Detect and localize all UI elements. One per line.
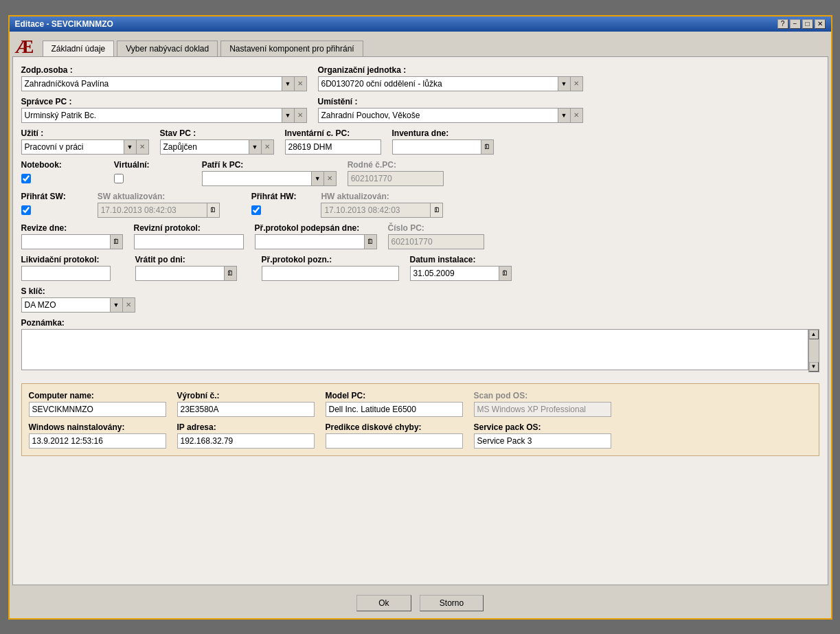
rodne-pc-input	[348, 171, 444, 186]
group-vyrobni-c: Výrobní č.:	[177, 391, 315, 417]
org-jednotka-dropdown-btn[interactable]: ▼	[558, 76, 571, 91]
hw-aktualizovan-cal-btn[interactable]: 🗓	[431, 203, 443, 218]
inventura-input[interactable]	[392, 139, 481, 155]
storno-button[interactable]: Storno	[420, 595, 484, 611]
umisteni-input[interactable]	[318, 108, 558, 123]
group-patri-k-pc: Patří k PC: ▼ ✕	[202, 160, 337, 186]
predikce-input[interactable]	[326, 433, 463, 449]
restore-button[interactable]: □	[802, 19, 813, 29]
inventura-cal-btn[interactable]: 🗓	[481, 139, 494, 155]
group-pr-protokol-podepsan: Př.protokol podepsán dne: 🗓	[255, 223, 377, 249]
group-zodp-osoba: Zodp.osoba : ▼ ✕	[21, 65, 307, 91]
umisteni-clear-btn[interactable]: ✕	[571, 108, 583, 123]
group-sw-aktualizovan: SW aktualizován: 🗓	[98, 192, 220, 218]
group-vratit-po-dni: Vrátit po dni: 🗓	[135, 255, 237, 281]
poznamka-textarea[interactable]	[21, 329, 808, 370]
revize-dne-input[interactable]	[21, 234, 111, 249]
s-klic-input[interactable]	[21, 297, 111, 313]
spravce-pc-input[interactable]	[21, 108, 282, 123]
stav-pc-clear-btn[interactable]: ✕	[262, 139, 274, 155]
model-pc-input[interactable]	[326, 402, 463, 417]
tab-vyber-nabyvaci[interactable]: Vyber nabývací doklad	[117, 41, 218, 56]
group-s-klic: S klíč: ▼ ✕	[21, 286, 135, 313]
patri-k-pc-input[interactable]	[202, 171, 312, 186]
pr-protokol-pozn-input[interactable]	[262, 266, 399, 281]
scrollbar-down-btn[interactable]: ▼	[809, 362, 819, 372]
spravce-pc-input-group: ▼ ✕	[21, 108, 307, 123]
spravce-pc-dropdown-btn[interactable]: ▼	[282, 108, 295, 123]
hw-aktualizovan-input	[321, 203, 431, 218]
windows-input[interactable]	[29, 433, 166, 449]
patri-k-pc-clear-btn[interactable]: ✕	[324, 171, 337, 186]
rodne-pc-label: Rodné č.PC:	[348, 160, 444, 170]
org-jednotka-input[interactable]	[318, 76, 558, 91]
group-stav-pc: Stav PC : ▼ ✕	[160, 128, 274, 155]
group-rodne-pc: Rodné č.PC:	[348, 160, 444, 186]
vratit-po-dni-cal-btn[interactable]: 🗓	[225, 266, 237, 281]
group-inventarni: Inventární c. PC:	[285, 128, 381, 155]
inventura-input-group: 🗓	[392, 139, 494, 155]
vratit-po-dni-input[interactable]	[135, 266, 225, 281]
ip-adresa-input[interactable]	[177, 433, 315, 449]
stav-pc-dropdown-btn[interactable]: ▼	[249, 139, 262, 155]
uziti-input[interactable]	[21, 139, 124, 155]
row-notebook-virtual: Notebook: Virtuální: Patří k PC: ▼	[21, 160, 819, 186]
zodp-osoba-input-group: ▼ ✕	[21, 76, 307, 91]
notebook-checkbox[interactable]	[21, 174, 31, 183]
datum-instalace-cal-btn[interactable]: 🗓	[499, 266, 512, 281]
zodp-osoba-input[interactable]	[21, 76, 282, 91]
inventarni-input[interactable]	[285, 139, 381, 155]
scrollbar-up-btn[interactable]: ▲	[809, 330, 819, 339]
spravce-pc-clear-btn[interactable]: ✕	[295, 108, 307, 123]
prihrát-hw-checkbox-wrapper	[251, 203, 297, 218]
sw-aktualizovan-cal-btn[interactable]: 🗓	[207, 203, 220, 218]
help-button[interactable]: ?	[777, 19, 788, 29]
s-klic-clear-btn[interactable]: ✕	[123, 297, 135, 313]
zodp-osoba-clear-btn[interactable]: ✕	[295, 76, 307, 91]
patri-k-pc-label: Patří k PC:	[202, 160, 337, 170]
group-prihrát-hw: Přihrát HW:	[251, 192, 297, 218]
close-button[interactable]: ✕	[815, 19, 826, 29]
stav-pc-input[interactable]	[160, 139, 249, 155]
uziti-dropdown-btn[interactable]: ▼	[124, 139, 137, 155]
minimize-button[interactable]: −	[790, 19, 801, 29]
poznamka-label: Poznámka:	[21, 318, 819, 328]
datum-instalace-input[interactable]	[410, 266, 499, 281]
group-windows: Windows nainstalovány:	[29, 422, 166, 449]
tab-nastaveni-komponent[interactable]: Nastavení komponent pro přihrání	[220, 41, 363, 56]
org-jednotka-label: Organizační jednotka :	[318, 65, 583, 75]
prihrát-sw-checkbox-wrapper	[21, 203, 66, 218]
revize-dne-input-group: 🗓	[21, 234, 123, 249]
prihrát-sw-checkbox[interactable]	[21, 205, 31, 215]
group-hw-aktualizovan: HW aktualizován: 🗓	[321, 192, 443, 218]
group-pr-protokol-pozn: Př.protokol pozn.:	[262, 255, 399, 281]
virtualni-checkbox[interactable]	[114, 174, 124, 183]
service-pack-input[interactable]	[474, 433, 611, 449]
revizni-protokol-input[interactable]	[134, 234, 244, 249]
uziti-clear-btn[interactable]: ✕	[137, 139, 149, 155]
computer-name-input[interactable]	[29, 402, 166, 417]
group-model-pc: Model PC:	[326, 391, 463, 417]
sw-aktualizovan-input-group: 🗓	[98, 203, 220, 218]
group-revize-dne: Revize dne: 🗓	[21, 223, 123, 249]
patri-k-pc-dropdown-btn[interactable]: ▼	[312, 171, 324, 186]
zodp-osoba-dropdown-btn[interactable]: ▼	[282, 76, 295, 91]
revize-dne-cal-btn[interactable]: 🗓	[111, 234, 123, 249]
ok-button[interactable]: Ok	[356, 595, 411, 611]
group-uziti: Užití : ▼ ✕	[21, 128, 149, 155]
ip-adresa-label: IP adresa:	[177, 422, 315, 432]
revizni-protokol-label: Revizní protokol:	[134, 223, 244, 233]
prihrát-hw-checkbox[interactable]	[251, 205, 261, 215]
datum-instalace-label: Datum instalace:	[410, 255, 512, 264]
windows-label: Windows nainstalovány:	[29, 422, 166, 432]
inventura-label: Inventura dne:	[392, 128, 494, 138]
vyrobni-c-input[interactable]	[177, 402, 315, 417]
likvidacni-input[interactable]	[21, 266, 111, 281]
pr-protokol-podepsan-input[interactable]	[255, 234, 365, 249]
scan-pod-os-input	[474, 402, 611, 417]
s-klic-dropdown-btn[interactable]: ▼	[111, 297, 123, 313]
pr-protokol-podepsan-cal-btn[interactable]: 🗓	[365, 234, 377, 249]
tab-zakladni-udaje[interactable]: Základní údaje	[43, 41, 115, 56]
org-jednotka-clear-btn[interactable]: ✕	[571, 76, 583, 91]
umisteni-dropdown-btn[interactable]: ▼	[558, 108, 571, 123]
